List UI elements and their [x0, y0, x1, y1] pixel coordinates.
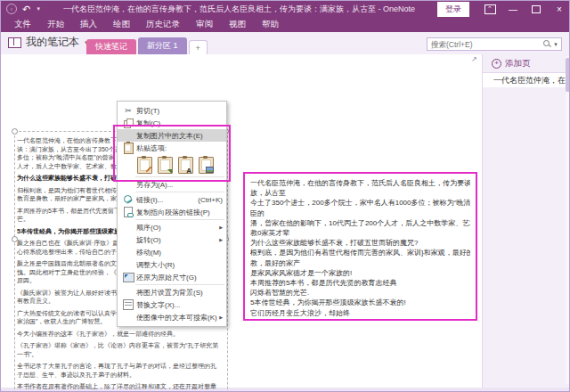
onenote-window: ‹ ↶ ▼ 一代名臣范仲淹，在他的言传身教下，范氏后人名臣良相土，传为要谈：满家… — [0, 0, 570, 392]
navigation-bar: 我的笔记本 ▼ 快速笔记新分区 1+ ▼ — [1, 32, 570, 54]
menu-item-label: 链接(I)... — [136, 195, 196, 205]
menu-item-label: 顺序(O) — [136, 223, 217, 233]
menu-item-label: 替换文字(X)... — [136, 300, 223, 310]
pasted-text-line: 是家风家风家德才是一个家族的! — [250, 268, 470, 278]
pasted-text-line: 今土了350个进士，200多个院士，家中名人有1000多位；被称为“晚清中兴名 — [250, 198, 470, 208]
menu-item-restore-original-size[interactable]: 还原为原始尺寸(G) — [118, 271, 226, 283]
pasted-text-container[interactable]: 一代名臣范仲淹，在他的言传身教下，范氏后人名臣良相土，传为要谈：满家族，从古至今… — [243, 172, 477, 321]
menu-item-label: 剪切(T) — [136, 106, 223, 116]
undo-icon[interactable]: ↶ — [22, 4, 30, 13]
search-icon — [543, 40, 551, 48]
pasted-text-line: 教0家英才辈 — [250, 228, 470, 238]
article-paragraph: 今天小编推荐的这本《孔子家语》，就是一部难得的经典。 — [17, 330, 222, 339]
ribbon-display-icon: ⌃ — [484, 4, 496, 14]
menu-item-order[interactable]: 顺序(O) ▶ — [118, 221, 226, 233]
login-button[interactable]: 登录 — [437, 2, 469, 17]
menu-item-make-text-searchable[interactable]: 使图像中的文本可搜索(K) ▶ — [118, 311, 226, 323]
ribbon-tab[interactable]: 开始 — [39, 17, 72, 32]
add-page-button[interactable]: + 添加页 — [483, 56, 570, 70]
selection-handle-top-left[interactable] — [12, 128, 18, 135]
search-input[interactable] — [428, 40, 543, 49]
ribbon-tab[interactable]: 文件 — [6, 17, 39, 32]
page-list-panel: + 添加页 一代名臣范仲淹，在他 — [482, 54, 570, 388]
pasted-text-line: 本周推荐的5本书，都是历代先贤的教育志经典 — [250, 278, 470, 288]
maximize-button[interactable] — [525, 1, 548, 17]
pasted-text-line: 教，最好的家产 — [250, 258, 470, 268]
menu-item-alt-text[interactable]: 替换文字(X)... — [118, 298, 226, 311]
menu-item-label: 另存为(A)... — [136, 180, 223, 190]
ribbon-display-options-button[interactable]: ⌃ — [478, 1, 501, 17]
menu-item-save-as[interactable]: 另存为(A)... — [118, 178, 226, 191]
context-menu: ✂ 剪切(T) 复制(C) 复制图片中的文本(E) 粘贴选项: A 另存为(A)… — [117, 101, 227, 327]
pasted-text-line: 族，从古至 — [250, 188, 470, 198]
page-list: 一代名臣范仲淹，在他 — [483, 73, 570, 87]
menu-item-label: 粘贴选项: — [136, 143, 223, 153]
menu-item-copy[interactable]: 复制(C) — [118, 117, 226, 129]
page-canvas[interactable]: 一代名臣范仲淹，在他的言传身教下，范氏后人名臣良将辈出，传为美谈：满门家族，从古… — [1, 54, 482, 388]
ribbon-tab[interactable]: 帮助 — [254, 17, 287, 32]
menu-item-rotate[interactable]: 旋转(O) ▶ — [118, 233, 226, 246]
search-box[interactable]: ▼ — [427, 37, 562, 51]
paste-keep-source-formatting-icon[interactable] — [137, 157, 152, 174]
menu-item-cut[interactable]: ✂ 剪切(T) — [118, 104, 226, 117]
pasted-text-line: 它们历经月变丘大浪沙，却始终 — [250, 308, 470, 318]
menu-item-label: 将图片设置为背景(S) — [136, 288, 223, 298]
menu-item-label: 调整大小(R) — [136, 260, 223, 270]
selection-handle-middle-left[interactable] — [12, 236, 18, 242]
restore-size-icon — [122, 273, 134, 282]
scrollbar-thumb[interactable] — [566, 58, 570, 92]
section-tabs: 快速笔记新分区 1+ — [86, 37, 208, 54]
plus-circle-icon: + — [492, 59, 501, 69]
pasted-text-line: 闪烁着智慧的光芒. — [250, 288, 470, 298]
menu-item-label: 复制指向段落的链接(P) — [136, 208, 223, 217]
menu-separator — [135, 219, 224, 220]
search-scope-dropdown-icon[interactable]: ▼ — [553, 42, 558, 47]
ribbon-tab[interactable]: 视图 — [221, 17, 254, 32]
menu-item-copy-text-from-picture[interactable]: 复制图片中的文本(E) — [118, 129, 226, 142]
ribbon-tab[interactable]: 绘图 — [105, 17, 138, 32]
ribbon-tab[interactable]: 历史记录 — [138, 17, 188, 32]
pasted-text-line: 5本传世经典，为你揭开那些顶级家族长盛不衰的! — [250, 298, 470, 307]
minimize-button[interactable]: — — [501, 1, 525, 17]
paste-as-picture-icon[interactable] — [199, 157, 214, 174]
page-list-item[interactable]: 一代名臣范仲淹，在他 — [483, 73, 570, 87]
menu-item-move[interactable]: 移动(M) — [118, 246, 226, 258]
notebook-name: 我的笔记本 — [26, 35, 79, 50]
alt-text-icon — [122, 299, 134, 310]
back-icon[interactable]: ‹ — [6, 4, 17, 14]
quick-access-toolbar: ‹ ↶ ▼ — [1, 4, 41, 14]
menu-item-label: 还原为原始尺寸(G) — [136, 273, 223, 282]
menu-separator — [135, 192, 224, 192]
submenu-arrow-icon: ▶ — [219, 237, 223, 242]
copy-icon — [122, 118, 134, 128]
submenu-arrow-icon: ▶ — [219, 225, 223, 230]
notebook-icon — [8, 37, 21, 48]
menu-item-label: 移动(M) — [136, 248, 223, 257]
ribbon-tab[interactable]: 审阅 — [188, 17, 221, 32]
titlebar-controls: 登录 ⌃ — × — [437, 1, 570, 17]
cut-icon: ✂ — [122, 106, 134, 115]
menu-item-resize[interactable]: 调整大小(R) — [118, 258, 226, 271]
submenu-arrow-icon: ▶ — [219, 314, 223, 320]
ribbon-tab[interactable]: 插入 — [72, 17, 105, 32]
expand-panel-icon[interactable]: ↗ — [471, 55, 477, 63]
menu-item-copy-link-to-paragraph[interactable]: 复制指向段落的链接(P) — [118, 206, 226, 218]
menu-item-shortcut: (Ctrl+K) — [198, 196, 223, 204]
close-button[interactable]: × — [548, 1, 570, 17]
paste-merge-formatting-icon[interactable] — [158, 157, 173, 174]
notebook-dropdown[interactable]: 我的笔记本 ▼ — [8, 35, 89, 50]
arrow-glyph — [167, 169, 172, 174]
menu-item-set-picture-as-background[interactable]: 将图片设置为背景(S) — [118, 286, 226, 298]
pasted-text-line: 为什么这些家族能够长盛不衰，打破五世而斩的魔咒? — [250, 238, 470, 248]
panel-scrollbar[interactable] — [566, 56, 570, 384]
maximize-icon — [532, 5, 541, 13]
section-tab[interactable]: + — [189, 40, 208, 54]
article-paragraph: 《孔子家语》堪称《家语》，比《论语》内容更丰富，被誉为“孔子研究第一书”。 — [17, 341, 222, 358]
section-tab[interactable]: 新分区 1 — [138, 37, 187, 54]
section-tab[interactable]: 快速笔记 — [86, 39, 136, 54]
menu-item-link[interactable]: 链接(I)... (Ctrl+K) — [118, 193, 226, 206]
paste-keep-text-only-icon[interactable]: A — [178, 157, 193, 174]
link-icon — [122, 195, 134, 204]
article-paragraph: 全书记录了大量孔子的言论，再现了孔子与弟子的对话，是经过整理的孔子思想、生平、事… — [17, 362, 222, 379]
menu-separator — [135, 284, 224, 285]
